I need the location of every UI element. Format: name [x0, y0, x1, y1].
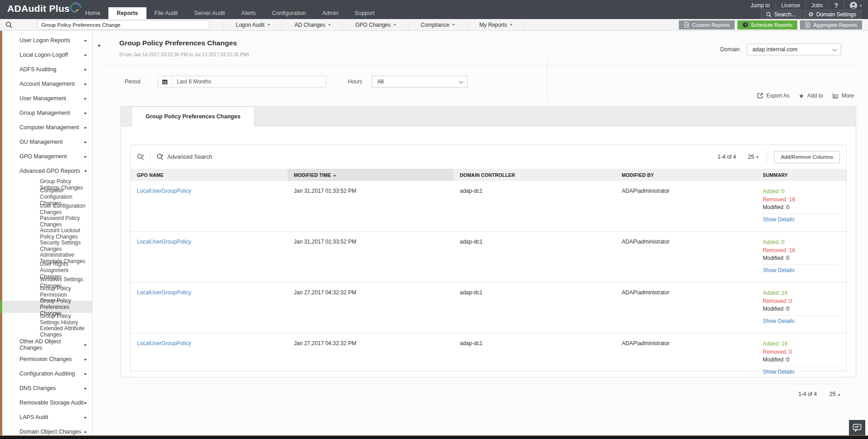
- sidebar-item-other-ad-object-changes[interactable]: Other AD Object Changes▸: [2, 337, 92, 352]
- page-size-select[interactable]: 25 ▾: [748, 154, 758, 160]
- report-search-input[interactable]: [37, 20, 210, 29]
- topbar-link-jump-to[interactable]: Jump to: [745, 2, 775, 9]
- more-button[interactable]: More: [832, 93, 854, 99]
- table-row: LocalUserGroupPolicyJan 31,2017 01:33:52…: [131, 181, 846, 232]
- column-header-modified-time[interactable]: MODIFIED TIME▾: [288, 169, 454, 181]
- result-range: 1-4 of 4: [717, 154, 736, 160]
- sidebar-item-computer-configuration-changes[interactable]: Computer Configuration Changes: [2, 190, 92, 203]
- sidebar-item-user-rights-assignment-changes[interactable]: User Rights Assignment Changes: [2, 264, 92, 276]
- sidebar-item-permission-changes[interactable]: Permission Changes▸: [2, 352, 92, 366]
- report-search-icon[interactable]: [5, 21, 12, 28]
- show-details-link[interactable]: Show Details: [763, 368, 795, 376]
- help-icon[interactable]: ?: [828, 2, 844, 9]
- add-remove-columns-button[interactable]: Add/Remove Columns: [774, 151, 840, 163]
- sidebar-item-local-logon-logoff[interactable]: Local Logon-Logoff▸: [2, 48, 92, 62]
- column-search-icon[interactable]: [137, 153, 144, 161]
- sidebar-item-group-policy-preferences-changes[interactable]: Group Policy Preferences Changes: [2, 301, 92, 313]
- sidebar-item-label: Other AD Object Changes: [20, 338, 84, 351]
- sidebar-item-security-settings-changes[interactable]: Security Settings Changes: [2, 239, 92, 252]
- nav-tab-alerts[interactable]: Alerts: [233, 7, 264, 19]
- gpo-name-link[interactable]: LocalUserGroupPolicy: [137, 289, 191, 296]
- gpo-name-link[interactable]: LocalUserGroupPolicy: [137, 239, 191, 245]
- column-header-gpo-name[interactable]: GPO NAME: [131, 169, 288, 181]
- add-to-button[interactable]: ★ Add to: [799, 93, 823, 99]
- domain-settings-button[interactable]: ⚙ Domain Settings: [803, 10, 862, 19]
- sidebar-item-label: Removable Storage Audit: [20, 400, 84, 406]
- domain-select[interactable]: adap.internal.com: [747, 44, 841, 55]
- nav-tab-admin[interactable]: Admin: [314, 7, 346, 19]
- menu-gpo-changes[interactable]: GPO Changes▾: [343, 21, 408, 29]
- export-as-button[interactable]: Export As: [757, 93, 790, 99]
- domain-controller-cell: adap-dc1: [454, 283, 615, 333]
- add-to-label: Add to: [807, 93, 823, 99]
- sidebar-item-account-lockout-policy-changes[interactable]: Account Lockout Policy Changes: [2, 227, 92, 239]
- column-header-modified-by[interactable]: MODIFIED BY: [615, 169, 756, 181]
- sidebar-item-gpo-management[interactable]: GPO Management▸: [2, 149, 92, 164]
- sidebar-item-password-policy-changes[interactable]: Password Policy Changes: [2, 215, 92, 227]
- topbar-link-license[interactable]: License: [775, 2, 805, 9]
- column-header-label: SUMMARY: [763, 172, 788, 178]
- topbar-link-jobs[interactable]: Jobs: [805, 2, 828, 9]
- nav-tab-server-audit[interactable]: Server Audit: [186, 7, 233, 19]
- sidebar-item-label: Group Management: [20, 110, 70, 116]
- report-card: Group Policy Preferences Changes Advance…: [121, 106, 856, 377]
- table-row: LocalUserGroupPolicyJan 27,2017 04:32:32…: [131, 283, 846, 333]
- modified-by-cell: ADAP\administrator: [615, 283, 756, 333]
- modified-by-cell: ADAP\administrator: [615, 181, 756, 232]
- advanced-search-button[interactable]: Advanced Search: [156, 153, 212, 161]
- chevron-down-icon: ▾: [84, 169, 87, 173]
- show-details-link[interactable]: Show Details: [763, 317, 795, 326]
- gpo-name-cell: LocalUserGroupPolicy: [131, 181, 288, 232]
- nav-tab-configuration[interactable]: Configuration: [264, 7, 314, 19]
- schedule-reports-button[interactable]: Schedule Reports: [737, 20, 797, 29]
- sidebar-item-user-configuration-changes[interactable]: User Configuration Changes: [2, 203, 92, 215]
- hours-select[interactable]: All: [372, 76, 468, 88]
- modified-time-cell: Jan 27,2017 04:32:32 PM: [288, 283, 454, 333]
- nav-tab-reports[interactable]: Reports: [108, 7, 146, 19]
- period-input[interactable]: Last 6 Months: [158, 76, 327, 88]
- table-header-row: GPO NAMEMODIFIED TIME▾DOMAIN CONTROLLERM…: [131, 169, 846, 181]
- sidebar-item-adfs-auditing[interactable]: ADFS Auditing▸: [2, 62, 92, 77]
- menu-ad-changes[interactable]: AD Changes▾: [282, 21, 343, 29]
- sidebar-item-group-policy-settings-history[interactable]: Group Policy Settings History: [2, 313, 92, 325]
- global-search-button[interactable]: Search...: [761, 10, 801, 19]
- nav-tab-file-audit[interactable]: File Audit: [146, 7, 186, 19]
- footer-page-size-select[interactable]: 25 ▴: [829, 391, 840, 397]
- summary-added: Added :0: [763, 239, 840, 247]
- nav-tab-support[interactable]: Support: [346, 7, 383, 19]
- gpo-name-link[interactable]: LocalUserGroupPolicy: [137, 340, 191, 346]
- sidebar-item-ou-management[interactable]: OU Management▸: [2, 135, 92, 149]
- gpo-name-link[interactable]: LocalUserGroupPolicy: [137, 188, 191, 194]
- bottom-status-bar: [0, 435, 868, 439]
- sidebar-item-laps-audit[interactable]: LAPS Audit▸: [2, 410, 92, 424]
- menu-compliance[interactable]: Compliance▾: [409, 21, 467, 29]
- tab-group-policy-preferences-changes[interactable]: Group Policy Preferences Changes: [132, 107, 254, 127]
- column-header-domain-controller[interactable]: DOMAIN CONTROLLER: [454, 169, 615, 181]
- sidebar-item-configuration-auditing[interactable]: Configuration Auditing▸: [2, 366, 92, 381]
- advanced-search-label: Advanced Search: [167, 154, 212, 160]
- sidebar-item-removable-storage-audit[interactable]: Removable Storage Audit▸: [2, 395, 92, 410]
- domain-settings-label: Domain Settings: [816, 11, 856, 18]
- aggregate-reports-button[interactable]: Aggregate Reports: [800, 20, 862, 29]
- chevron-right-icon: ▸: [84, 53, 87, 57]
- column-header-summary[interactable]: SUMMARY: [756, 169, 846, 181]
- custom-reports-button[interactable]: Custom Reports: [679, 20, 735, 29]
- show-details-link[interactable]: Show Details: [763, 216, 795, 224]
- sidebar-item-user-management[interactable]: User Management▸: [2, 91, 92, 106]
- sidebar-item-account-management[interactable]: Account Management▸: [2, 77, 92, 91]
- sidebar-item-extended-attribute-changes[interactable]: Extended Attribute Changes: [2, 325, 92, 337]
- show-details-link[interactable]: Show Details: [763, 267, 795, 275]
- sidebar-item-group-management[interactable]: Group Management▸: [2, 106, 92, 120]
- sidebar-item-computer-management[interactable]: Computer Management▸: [2, 120, 92, 135]
- menu-logon-audit[interactable]: Logon Audit▾: [223, 21, 282, 29]
- user-avatar-icon: [849, 1, 858, 10]
- sidebar-item-user-logon-reports[interactable]: User Logon Reports▸: [2, 33, 92, 48]
- menu-label: My Reports: [479, 22, 507, 28]
- menu-my-reports[interactable]: My Reports▾: [467, 21, 525, 29]
- user-menu[interactable]: ▾: [844, 1, 862, 10]
- feedback-chat-button[interactable]: [849, 420, 865, 435]
- nav-tab-home[interactable]: Home: [77, 7, 108, 19]
- sidebar-item-advanced-gpo-reports[interactable]: Advanced GPO Reports▾: [2, 164, 92, 178]
- sidebar-item-dns-changes[interactable]: DNS Changes▸: [2, 381, 92, 395]
- sidebar-collapse-icon[interactable]: ▸: [98, 43, 101, 48]
